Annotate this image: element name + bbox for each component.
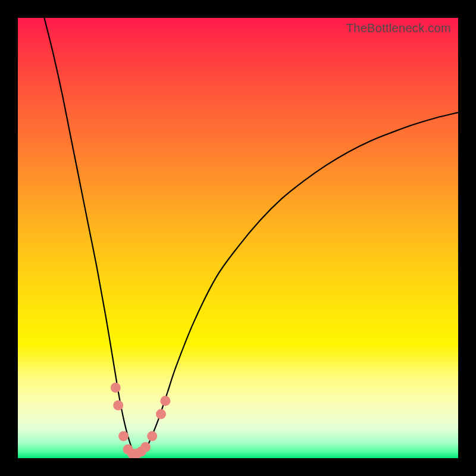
marker-dot <box>111 383 121 393</box>
marker-dot <box>160 396 170 406</box>
curve-svg <box>18 18 458 458</box>
chart-frame: TheBottleneck.com <box>0 0 476 476</box>
curve-markers <box>111 383 171 458</box>
marker-dot <box>118 431 129 441</box>
plot-area: TheBottleneck.com <box>18 18 458 458</box>
bottleneck-curve <box>44 18 458 455</box>
marker-dot <box>113 400 123 411</box>
marker-dot <box>147 431 157 441</box>
marker-dot <box>140 442 151 452</box>
marker-dot <box>156 409 166 419</box>
